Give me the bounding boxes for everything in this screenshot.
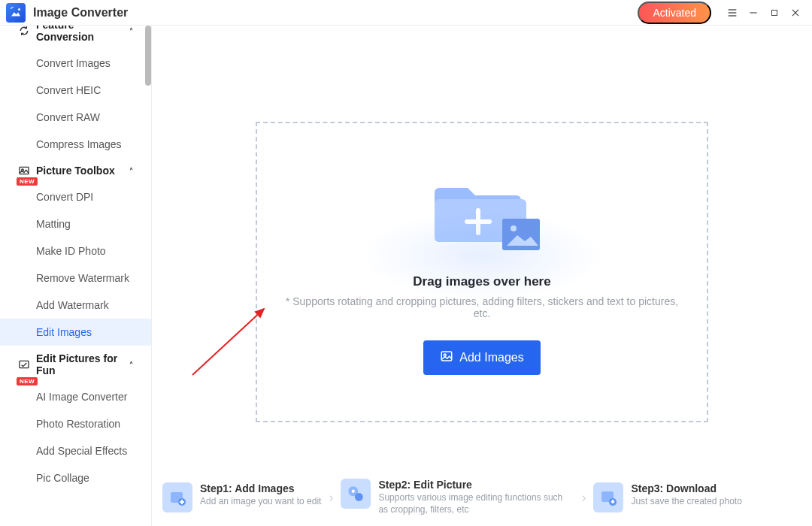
- step2-title: Step2: Edit Picture: [378, 479, 574, 491]
- chevron-up-icon: ˄: [129, 27, 133, 35]
- sidebar-section-feature-conversion[interactable]: Feature Conversion ˄: [0, 26, 151, 50]
- sidebar-item-edit-images[interactable]: Edit Images: [0, 319, 151, 346]
- section-label: Picture Toolbox: [36, 165, 115, 177]
- section-label: Edit Pictures for Fun: [36, 352, 123, 376]
- sidebar-item-photo-restoration[interactable]: Photo Restoration: [0, 410, 151, 437]
- svg-point-16: [444, 354, 447, 356]
- svg-point-0: [18, 8, 20, 11]
- step1-title: Step1: Add Images: [200, 482, 321, 494]
- sidebar: Feature Conversion ˄ Convert Images Conv…: [0, 26, 152, 526]
- step-3: Step3: Download Just save the created ph…: [593, 482, 741, 512]
- hamburger-menu-icon[interactable]: [722, 2, 743, 23]
- sidebar-item-add-watermark[interactable]: Add Watermark: [0, 292, 151, 319]
- chevron-up-icon: ˄: [129, 361, 133, 369]
- sidebar-item-convert-heic[interactable]: Convert HEIC: [0, 77, 151, 104]
- main-panel: Drag images over here * Supports rotatin…: [152, 26, 812, 526]
- chevron-right-icon: ›: [326, 490, 336, 506]
- step1-icon: [162, 482, 192, 512]
- step3-icon: [593, 482, 623, 512]
- section-label: Feature Conversion: [36, 26, 123, 43]
- titlebar: Image Converter Activated: [0, 0, 812, 26]
- step3-desc: Just save the created photo: [631, 496, 741, 508]
- sidebar-item-remove-watermark[interactable]: Remove Watermark: [0, 265, 151, 292]
- svg-rect-5: [772, 10, 777, 15]
- sidebar-item-convert-images[interactable]: Convert Images: [0, 50, 151, 77]
- add-images-button[interactable]: Add Images: [423, 340, 540, 375]
- svg-rect-10: [20, 361, 29, 367]
- image-icon: [440, 349, 453, 366]
- svg-point-24: [352, 490, 355, 493]
- activated-pill[interactable]: Activated: [638, 2, 711, 24]
- sidebar-item-compress-images[interactable]: Compress Images: [0, 131, 151, 158]
- chevron-right-icon: ›: [578, 490, 589, 506]
- sidebar-item-add-special-effects[interactable]: Add Special Effects: [0, 437, 151, 464]
- step1-desc: Add an image you want to edit: [200, 496, 321, 508]
- picture-toolbox-icon: [18, 165, 30, 177]
- step3-title: Step3: Download: [631, 482, 741, 494]
- steps-bar: Step1: Add Images Add an image you want …: [152, 469, 812, 526]
- sidebar-item-ai-image-converter[interactable]: AI Image Converter: [0, 383, 151, 410]
- feature-conversion-icon: [18, 26, 30, 37]
- sidebar-item-convert-dpi[interactable]: Convert DPI: [0, 183, 151, 210]
- dropzone-glow: [362, 210, 602, 301]
- step-1: Step1: Add Images Add an image you want …: [162, 482, 321, 512]
- sidebar-item-matting[interactable]: Matting: [0, 210, 151, 237]
- step2-icon: [341, 479, 371, 509]
- step2-desc: Supports various image editing functions…: [378, 492, 574, 515]
- chevron-up-icon: ˄: [129, 167, 133, 175]
- sidebar-item-pic-collage[interactable]: Pic Collage: [0, 464, 151, 491]
- sidebar-item-convert-raw[interactable]: Convert RAW: [0, 104, 151, 131]
- add-images-label: Add Images: [459, 351, 523, 364]
- sidebar-item-make-id-photo[interactable]: Make ID Photo: [0, 237, 151, 265]
- step-2: Step2: Edit Picture Supports various ima…: [341, 479, 574, 515]
- app-logo-icon: [6, 3, 26, 23]
- app-title: Image Converter: [33, 6, 128, 20]
- edit-fun-icon: [18, 358, 30, 370]
- close-icon[interactable]: [785, 2, 806, 23]
- svg-point-23: [355, 493, 363, 501]
- svg-line-17: [192, 309, 264, 375]
- maximize-icon[interactable]: [764, 2, 785, 23]
- svg-rect-15: [442, 352, 453, 361]
- dropzone[interactable]: Drag images over here * Supports rotatin…: [256, 122, 708, 422]
- minimize-icon[interactable]: [743, 2, 764, 23]
